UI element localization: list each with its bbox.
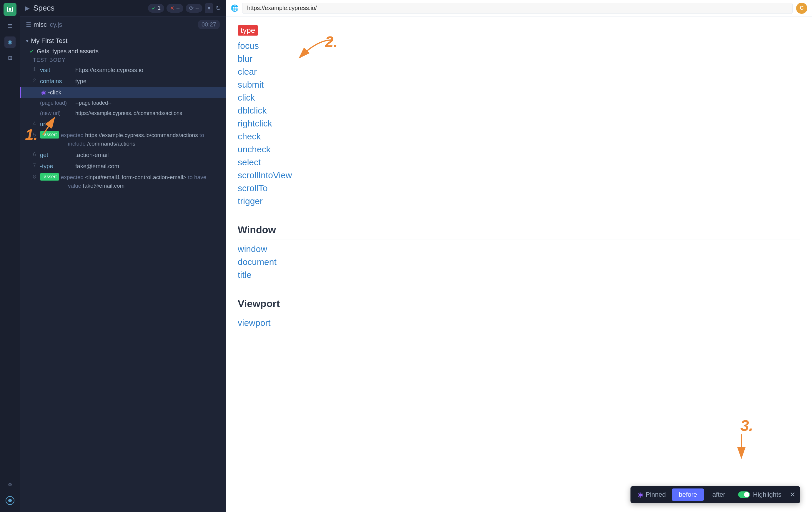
highlighted-type: type [238, 25, 258, 36]
cmd-name-pageload: (page load) [40, 99, 75, 107]
spinner-icon: ⟳ [189, 5, 194, 11]
cmd-row-assert2[interactable]: 8 -assert expected <input#email1.form-co… [20, 172, 226, 191]
pinned-text: Pinned [645, 491, 666, 499]
file-name-text: misc [33, 21, 47, 29]
cmd-value-newurl: https://example.cypress.io/commands/acti… [75, 110, 220, 117]
cmd-value-contains: type [75, 77, 220, 85]
annotation-2: 2. [273, 34, 338, 70]
fail-icon: ✕ [170, 5, 174, 11]
cmd-name-url: url [40, 120, 75, 128]
sidebar-icon-gear[interactable]: ⚙ [4, 479, 16, 490]
browser-panel: 🌐 https://example.cypress.io/ C type foc… [226, 0, 812, 512]
list-item-click[interactable]: click [238, 93, 800, 102]
cmd-name-type: -type [40, 162, 75, 170]
cmd-row-url[interactable]: 4 url [20, 119, 226, 130]
sidebar-icon-runner[interactable]: ◉ [4, 36, 16, 48]
line-num-8: 8 [33, 173, 40, 181]
cmd-value-get: .action-email [75, 151, 220, 159]
svg-point-4 [8, 499, 12, 502]
cmd-value-assert2: expected <input#email1.form-control.acti… [61, 173, 220, 190]
toggle-switch[interactable] [738, 491, 750, 498]
pass-check-icon: ✓ [29, 48, 34, 55]
list-item-title[interactable]: title [238, 270, 800, 280]
highlights-label: Highlights [753, 491, 781, 499]
cmd-row-click[interactable]: ◉ -click [20, 87, 226, 98]
url-text: https://example.cypress.io/ [247, 5, 317, 11]
list-item-window[interactable]: window [238, 244, 800, 254]
suite-name-text: My First Test [31, 37, 67, 45]
list-item-blur[interactable]: blur [238, 54, 800, 64]
window-section-title: Window [238, 224, 800, 239]
assert-badge-2: -assert [40, 173, 59, 180]
refresh-button[interactable]: ↻ [216, 4, 221, 12]
url-bar[interactable]: https://example.cypress.io/ [242, 3, 792, 14]
list-item-submit[interactable]: submit [238, 80, 800, 90]
viewport-section-title: Viewport [238, 298, 800, 313]
list-item-trigger[interactable]: trigger [238, 196, 800, 206]
highlights-toggle[interactable]: Highlights [733, 489, 786, 500]
cmd-value-visit: https://example.cypress.io [75, 66, 220, 74]
spinner-dash: -- [195, 5, 199, 11]
dropdown-button[interactable]: ▾ [205, 3, 213, 13]
cmd-row-contains[interactable]: 2 contains type [20, 76, 226, 87]
line-num-5: 5 [33, 131, 40, 139]
cmd-value-pageload: --page loaded-- [75, 99, 220, 107]
list-item-viewport[interactable]: viewport [238, 318, 800, 328]
cmd-row-get[interactable]: 6 get .action-email [20, 149, 226, 160]
list-item-clear[interactable]: clear [238, 67, 800, 77]
cmd-row-type[interactable]: 7 -type fake@email.com [20, 160, 226, 172]
test-name-text: Gets, types and asserts [37, 48, 98, 55]
cmd-name-newurl: (new url) [40, 110, 75, 117]
cmd-row-pageload: (page load) --page loaded-- [20, 98, 226, 108]
fail-dash: -- [176, 5, 180, 11]
cmd-name-get: get [40, 151, 75, 159]
file-icon: ☰ [26, 21, 31, 28]
suite-chevron-icon: ▾ [26, 38, 29, 44]
test-panel: ▶ Specs ✓ 1 ✕ -- ⟳ -- ▾ ↻ ☰ misccy.js 00… [20, 0, 226, 512]
close-button[interactable]: ✕ [787, 489, 798, 500]
browser-content: type focus blur clear submit click dblcl… [226, 17, 812, 512]
top-bar-controls: ✓ 1 ✕ -- ⟳ -- ▾ ↻ [148, 3, 221, 13]
list-item-rightclick[interactable]: rightclick [238, 119, 800, 128]
after-tab[interactable]: after [705, 488, 732, 501]
spinner-status: ⟳ -- [186, 4, 202, 13]
cmd-value-type: fake@email.com [75, 162, 220, 170]
page-title: Specs [33, 3, 54, 13]
pass-icon: ✓ [151, 5, 156, 11]
assert-badge-1: -assert [40, 131, 59, 138]
before-tab[interactable]: before [672, 488, 704, 501]
sidebar-icon-settings[interactable]: ⊞ [4, 52, 16, 63]
list-item-select[interactable]: select [238, 157, 800, 167]
left-sidebar: ☰ ◉ ⊞ ⚙ [0, 0, 20, 512]
app-logo [3, 3, 17, 16]
test-tree: ▾ My First Test ✓ Gets, types and assert… [20, 33, 226, 512]
line-num-2: 2 [33, 77, 40, 84]
annotation-3: 3. [730, 434, 753, 465]
divider-1 [238, 215, 800, 215]
suite-name[interactable]: ▾ My First Test [26, 37, 220, 45]
file-time: 00:27 [198, 20, 220, 29]
list-item-document[interactable]: document [238, 257, 800, 267]
sidebar-icon-cypress[interactable] [4, 495, 16, 506]
test-suite: ▾ My First Test [20, 35, 226, 47]
cmd-name-click: -click [48, 88, 83, 96]
list-item-focus[interactable]: focus [238, 41, 800, 51]
cmd-row-assert1[interactable]: 5 -assert expected https://example.cypre… [20, 130, 226, 149]
list-item-scrollto[interactable]: scrollTo [238, 183, 800, 193]
specs-icon: ▶ [25, 4, 30, 12]
list-item-check[interactable]: check [238, 131, 800, 142]
cmd-pin-icon: ◉ [41, 88, 46, 96]
test-name[interactable]: ✓ Gets, types and asserts [20, 47, 226, 56]
svg-rect-2 [9, 8, 11, 10]
sidebar-icon-specs[interactable]: ☰ [4, 21, 16, 32]
pinned-label: ◉ Pinned [633, 489, 670, 500]
browser-toolbar: 🌐 https://example.cypress.io/ C [226, 0, 812, 17]
list-item-scrollintoview[interactable]: scrollIntoView [238, 170, 800, 180]
list-item-uncheck[interactable]: uncheck [238, 144, 800, 154]
globe-icon: 🌐 [231, 4, 239, 12]
bottom-bar: ◉ Pinned before after Highlights ✕ [631, 486, 800, 503]
file-header: ☰ misccy.js 00:27 [20, 17, 226, 33]
list-item-dblclick[interactable]: dblclick [238, 106, 800, 116]
cmd-name-visit: visit [40, 66, 75, 74]
cmd-row-visit[interactable]: 1 visit https://example.cypress.io [20, 64, 226, 76]
